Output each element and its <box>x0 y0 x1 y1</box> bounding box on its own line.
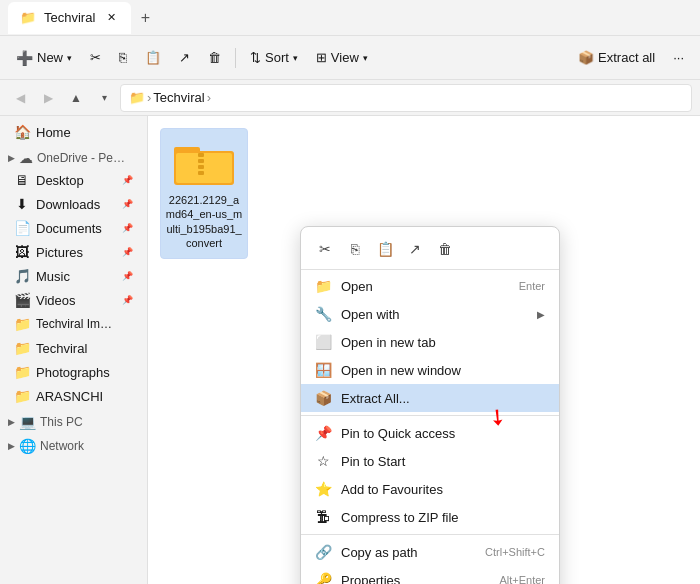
delete-button[interactable]: 🗑 <box>200 46 229 69</box>
copy-button[interactable]: ⎘ <box>111 46 135 69</box>
ctx-open-with-arrow: ▶ <box>537 309 545 320</box>
ctx-properties[interactable]: 🔑 Properties Alt+Enter <box>301 566 559 584</box>
pin-icon: 📌 <box>122 175 133 185</box>
sidebar-desktop-label: Desktop <box>36 173 84 188</box>
ctx-sep2 <box>301 534 559 535</box>
paste-button[interactable]: 📋 <box>137 46 169 69</box>
ctx-open-with[interactable]: 🔧 Open with ▶ <box>301 300 559 328</box>
sidebar-item-pictures[interactable]: 🖼 Pictures 📌 <box>4 240 143 264</box>
file-name: 22621.2129_amd64_en-us_multi_b195ba91_co… <box>165 193 243 250</box>
ctx-pin-quick[interactable]: 📌 Pin to Quick access <box>301 419 559 447</box>
new-button[interactable]: ➕ New ▾ <box>8 46 80 70</box>
ctx-open-label: Open <box>341 279 509 294</box>
sort-button[interactable]: ⇅ Sort ▾ <box>242 46 306 69</box>
pin-videos-icon: 📌 <box>122 295 133 305</box>
sidebar-group-network[interactable]: ▶ 🌐 Network <box>0 432 147 456</box>
sidebar-item-techviral[interactable]: 📁 Techviral <box>4 336 143 360</box>
sidebar-group-this-pc[interactable]: ▶ 💻 This PC <box>0 408 147 432</box>
ctx-compress[interactable]: 🗜 Compress to ZIP file <box>301 503 559 531</box>
ctx-pin-quick-label: Pin to Quick access <box>341 426 545 441</box>
ctx-open-icon: 📁 <box>315 278 331 294</box>
ctx-compress-icon: 🗜 <box>315 509 331 525</box>
sidebar-item-downloads[interactable]: ⬇ Downloads 📌 <box>4 192 143 216</box>
ctx-extract-label: Extract All... <box>341 391 545 406</box>
ctx-fav-label: Add to Favourites <box>341 482 545 497</box>
pictures-icon: 🖼 <box>14 244 30 260</box>
pin-music-icon: 📌 <box>122 271 133 281</box>
sidebar-item-arasnchi[interactable]: 📁 ARASNCHI <box>4 384 143 408</box>
ctx-open[interactable]: 📁 Open Enter <box>301 272 559 300</box>
extract-icon: 📦 <box>578 50 594 65</box>
ctx-open-new-tab[interactable]: ⬜ Open in new tab <box>301 328 559 356</box>
titlebar: 📁 Techviral ✕ + <box>0 0 700 36</box>
ctx-extract-all[interactable]: 📦 Extract All... <box>301 384 559 412</box>
path-techviral: Techviral <box>153 90 204 105</box>
sidebar-item-documents[interactable]: 📄 Documents 📌 <box>4 216 143 240</box>
ctx-delete-button[interactable]: 🗑 <box>431 235 459 263</box>
sidebar-photographs-label: Photographs <box>36 365 110 380</box>
desktop-icon: 🖥 <box>14 172 30 188</box>
ctx-pin-start[interactable]: ☆ Pin to Start <box>301 447 559 475</box>
pin-docs-icon: 📌 <box>122 223 133 233</box>
sidebar-documents-label: Documents <box>36 221 102 236</box>
context-menu: ✂ ⎘ 📋 ↗ 🗑 📁 Open Enter 🔧 Open with ▶ ⬜ O… <box>300 226 560 584</box>
new-tab-button[interactable]: + <box>131 4 159 32</box>
pin-pics-icon: 📌 <box>122 247 133 257</box>
sort-icon: ⇅ <box>250 50 261 65</box>
toolbar-right: 📦 Extract all ··· <box>570 46 692 69</box>
cut-icon: ✂ <box>90 50 101 65</box>
folder-tab-icon: 📁 <box>20 10 36 26</box>
sidebar-item-home[interactable]: 🏠 Home <box>4 120 143 144</box>
ctx-share-button[interactable]: ↗ <box>401 235 429 263</box>
onedrive-label: OneDrive - Persona <box>37 151 127 165</box>
up-button[interactable]: ▲ <box>64 86 88 110</box>
ctx-copy-button[interactable]: ⎘ <box>341 235 369 263</box>
ctx-copy-path-shortcut: Ctrl+Shift+C <box>485 546 545 558</box>
sidebar-group-onedrive[interactable]: ▶ ☁ OneDrive - Persona <box>0 144 147 168</box>
sidebar-item-videos[interactable]: 🎬 Videos 📌 <box>4 288 143 312</box>
forward-button[interactable]: ▶ <box>36 86 60 110</box>
sidebar-item-techviral-images[interactable]: 📁 Techviral Images <box>4 312 143 336</box>
ctx-compress-label: Compress to ZIP file <box>341 510 545 525</box>
ctx-open-shortcut: Enter <box>519 280 545 292</box>
context-menu-toolbar: ✂ ⎘ 📋 ↗ 🗑 <box>301 231 559 270</box>
photographs-icon: 📁 <box>14 364 30 380</box>
ctx-open-with-label: Open with <box>341 307 527 322</box>
sidebar-techviral-images-label: Techviral Images <box>36 317 116 331</box>
back-button[interactable]: ◀ <box>8 86 32 110</box>
active-tab[interactable]: 📁 Techviral ✕ <box>8 2 131 34</box>
more-button[interactable]: ··· <box>665 46 692 69</box>
ctx-copy-path[interactable]: 🔗 Copy as path Ctrl+Shift+C <box>301 538 559 566</box>
sidebar-pictures-label: Pictures <box>36 245 83 260</box>
ctx-add-favourites[interactable]: ⭐ Add to Favourites <box>301 475 559 503</box>
tab-close-button[interactable]: ✕ <box>103 10 119 26</box>
cut-button[interactable]: ✂ <box>82 46 109 69</box>
recent-button[interactable]: ▾ <box>92 86 116 110</box>
techviral-icon: 📁 <box>14 340 30 356</box>
address-path[interactable]: 📁 › Techviral › <box>120 84 692 112</box>
file-item[interactable]: 22621.2129_amd64_en-us_multi_b195ba91_co… <box>160 128 248 259</box>
network-expand-icon: ▶ <box>8 441 15 451</box>
sidebar-arasnchi-label: ARASNCHI <box>36 389 103 404</box>
ctx-open-new-tab-label: Open in new tab <box>341 335 545 350</box>
addressbar: ◀ ▶ ▲ ▾ 📁 › Techviral › <box>0 80 700 116</box>
ctx-sep1 <box>301 415 559 416</box>
extract-all-button[interactable]: 📦 Extract all <box>570 46 663 69</box>
ctx-pin-start-label: Pin to Start <box>341 454 545 469</box>
sidebar-home-label: Home <box>36 125 71 140</box>
music-icon: 🎵 <box>14 268 30 284</box>
ctx-cut-button[interactable]: ✂ <box>311 235 339 263</box>
view-button[interactable]: ⊞ View ▾ <box>308 46 376 69</box>
ctx-open-new-window[interactable]: 🪟 Open in new window <box>301 356 559 384</box>
ctx-properties-shortcut: Alt+Enter <box>499 574 545 584</box>
sidebar-item-music[interactable]: 🎵 Music 📌 <box>4 264 143 288</box>
sidebar-item-desktop[interactable]: 🖥 Desktop 📌 <box>4 168 143 192</box>
ctx-copy2-button[interactable]: 📋 <box>371 235 399 263</box>
svg-rect-5 <box>198 165 204 169</box>
sort-chevron-icon: ▾ <box>293 53 298 63</box>
sidebar-videos-label: Videos <box>36 293 76 308</box>
share-button[interactable]: ↗ <box>171 46 198 69</box>
sidebar-item-photographs[interactable]: 📁 Photographs <box>4 360 143 384</box>
ctx-open-with-icon: 🔧 <box>315 306 331 322</box>
downloads-icon: ⬇ <box>14 196 30 212</box>
